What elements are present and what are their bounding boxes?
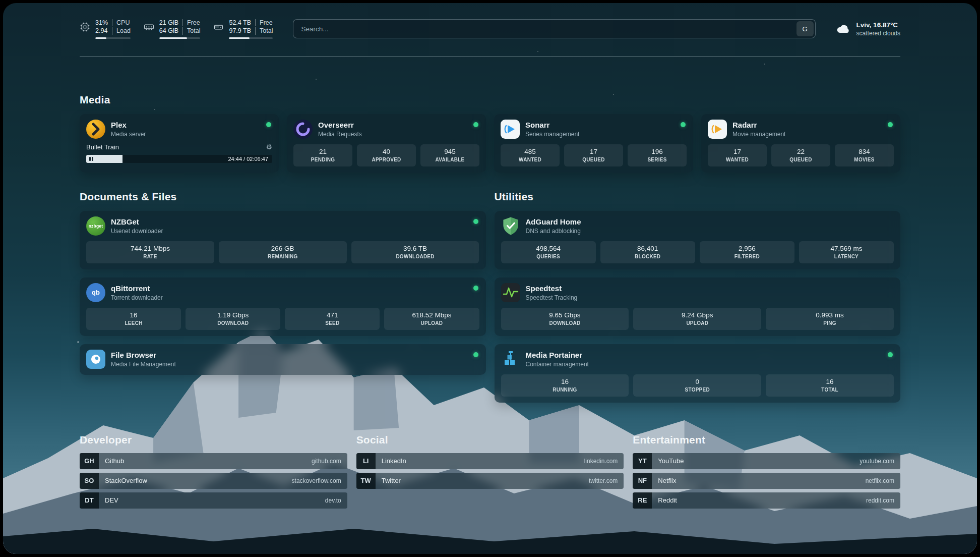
- stat-box: 498,564 QUERIES: [501, 241, 596, 263]
- disk-widget: 52.4 TB Free 97.9 TB Total: [213, 19, 273, 39]
- cpu-load-label: Load: [112, 27, 131, 34]
- bookmark-url: github.com: [312, 458, 341, 465]
- stat-box: 0.993 ms PING: [766, 308, 894, 330]
- filebrowser-status-dot: [473, 352, 478, 357]
- stat-box: 471 SEED: [285, 308, 380, 330]
- gear-icon[interactable]: ⚙: [266, 143, 272, 150]
- section-documents: Documents & Files nzbget NZBGet Usenet d…: [80, 191, 486, 375]
- sonarr-icon: [501, 120, 520, 139]
- cloud-icon: [836, 23, 851, 35]
- speedtest-subtitle: Speedtest Tracking: [526, 294, 578, 301]
- bookmark-group-entertainment: Entertainment YT YouTube youtube.com NF …: [633, 434, 900, 509]
- bookmark-reddit[interactable]: RE Reddit reddit.com: [633, 492, 900, 509]
- disk-usage-bar: [229, 37, 273, 39]
- plex-card[interactable]: Plex Media server Bullet Train ⚙ 24:44 /…: [80, 114, 279, 173]
- qbittorrent-subtitle: Torrent downloader: [111, 294, 163, 301]
- adguard-card[interactable]: AdGuard Home DNS and adblocking 498,564 …: [495, 211, 901, 269]
- pause-icon[interactable]: [89, 157, 93, 161]
- bookmark-abbr: DT: [80, 492, 99, 509]
- stat-box: 47.569 ms LATENCY: [799, 241, 894, 263]
- stat-box: 0 STOPPED: [633, 374, 761, 397]
- bookmark-youtube[interactable]: YT YouTube youtube.com: [633, 453, 900, 469]
- bookmark-name: Reddit: [658, 496, 677, 504]
- radarr-icon: [708, 120, 727, 139]
- bookmark-url: reddit.com: [866, 497, 894, 504]
- nzbget-card[interactable]: nzbget NZBGet Usenet downloader 744.21 M…: [80, 211, 486, 269]
- bookmark-abbr: LI: [356, 453, 376, 469]
- disk-icon: [213, 22, 224, 32]
- bookmark-abbr: SO: [80, 473, 99, 489]
- search-provider-button[interactable]: G: [797, 21, 814, 36]
- stat-box: 9.65 Gbps DOWNLOAD: [501, 308, 629, 330]
- cpu-usage-value: 31%: [95, 19, 112, 26]
- cpu-usage-label: CPU: [112, 19, 131, 26]
- filebrowser-card[interactable]: File Browser Media File Management: [80, 344, 486, 375]
- bookmark-url: stackoverflow.com: [292, 477, 341, 484]
- header-divider: [80, 56, 900, 57]
- sonarr-subtitle: Series management: [525, 131, 579, 138]
- stat-box: 16 RUNNING: [501, 374, 629, 397]
- bookmark-stackoverflow[interactable]: SO StackOverflow stackoverflow.com: [80, 473, 347, 489]
- bookmark-dev[interactable]: DT DEV dev.to: [80, 492, 347, 509]
- stat-box: 1.19 Gbps DOWNLOAD: [186, 308, 280, 330]
- memory-widget: 21 GiB Free 64 GiB Total: [144, 19, 201, 39]
- portainer-subtitle: Container management: [526, 361, 589, 368]
- filebrowser-name: File Browser: [111, 351, 176, 360]
- filebrowser-icon: [86, 350, 105, 369]
- stat-box: 196 SERIES: [628, 144, 687, 166]
- stat-box: 945 AVAILABLE: [420, 144, 479, 166]
- stat-box: 40 APPROVED: [357, 144, 416, 166]
- cpu-load-value: 2.94: [95, 27, 112, 34]
- search-input[interactable]: [295, 25, 796, 33]
- section-title-utilities: Utilities: [495, 191, 901, 203]
- bookmark-abbr: RE: [633, 492, 652, 509]
- speedtest-card[interactable]: Speedtest Speedtest Tracking 9.65 Gbps D…: [495, 277, 901, 336]
- qbittorrent-status-dot: [473, 286, 478, 291]
- bookmark-name: Twitter: [382, 477, 401, 484]
- plex-progress-bar: 24:44 / 02:06:47: [86, 155, 272, 163]
- disk-free-label: Free: [255, 19, 273, 26]
- bookmark-github[interactable]: GH Github github.com: [80, 453, 347, 469]
- search-bar: G: [293, 19, 815, 38]
- radarr-status-dot: [888, 122, 893, 127]
- stat-box: 17 QUEUED: [564, 144, 623, 166]
- qbittorrent-card[interactable]: qb qBittorrent Torrent downloader 16: [80, 277, 486, 336]
- bookmark-name: Github: [105, 457, 124, 465]
- overseerr-card[interactable]: Overseerr Media Requests 21 PENDING 40 A…: [287, 114, 486, 173]
- sonarr-card[interactable]: Sonarr Series management 485 WANTED 17 Q…: [494, 114, 693, 173]
- radarr-name: Radarr: [732, 121, 785, 130]
- bookmark-url: dev.to: [325, 497, 341, 504]
- bookmark-url: youtube.com: [860, 458, 894, 465]
- radarr-card[interactable]: Radarr Movie management 17 WANTED 22 QUE…: [701, 114, 900, 173]
- portainer-card[interactable]: Media Portainer Container management 16 …: [495, 344, 901, 403]
- stat-box: 21 PENDING: [293, 144, 352, 166]
- stat-box: 834 MOVIES: [835, 144, 894, 166]
- overseerr-subtitle: Media Requests: [318, 131, 362, 138]
- section-media: Media Plex Media server: [80, 94, 900, 173]
- qbittorrent-icon: qb: [86, 283, 105, 302]
- adguard-name: AdGuard Home: [526, 217, 581, 227]
- bookmark-name: Netflix: [658, 477, 676, 484]
- bookmark-url: linkedin.com: [584, 458, 618, 465]
- bookmark-abbr: TW: [356, 473, 376, 489]
- plex-icon: [86, 120, 105, 139]
- portainer-status-dot: [888, 352, 893, 357]
- bookmark-netflix[interactable]: NF Netflix netflix.com: [633, 473, 900, 489]
- stat-box: 9.24 Gbps UPLOAD: [633, 308, 761, 330]
- section-title-developer: Developer: [80, 434, 347, 446]
- bookmark-abbr: YT: [633, 453, 652, 469]
- bookmark-twitter[interactable]: TW Twitter twitter.com: [356, 473, 624, 489]
- plex-subtitle: Media server: [111, 131, 146, 138]
- top-bar: 31% CPU 2.94 Load 21 G: [80, 3, 900, 39]
- disk-total-label: Total: [255, 27, 273, 34]
- cpu-usage-bar: [95, 37, 131, 39]
- bookmark-group-social: Social LI LinkedIn linkedin.com TW Twitt…: [356, 434, 624, 509]
- bookmark-name: LinkedIn: [382, 457, 406, 465]
- bookmark-group-developer: Developer GH Github github.com SO StackO…: [80, 434, 347, 509]
- plex-now-playing-title: Bullet Train: [86, 143, 119, 151]
- bookmark-linkedin[interactable]: LI LinkedIn linkedin.com: [356, 453, 624, 469]
- bookmark-abbr: NF: [633, 473, 652, 489]
- stat-box: 17 WANTED: [708, 144, 767, 166]
- sonarr-status-dot: [681, 122, 686, 127]
- weather-location: Lviv, 16.87°C: [856, 21, 900, 29]
